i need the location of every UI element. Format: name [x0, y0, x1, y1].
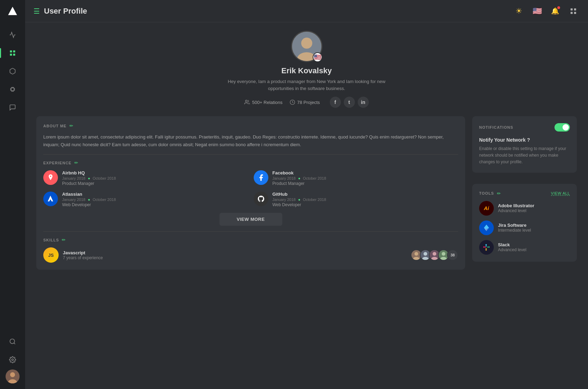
- language-flag[interactable]: 🇺🇸: [531, 5, 543, 17]
- experience-edit-icon[interactable]: ✏: [74, 160, 78, 165]
- profile-name: Erik Kovalsky: [281, 66, 332, 75]
- svg-rect-25: [574, 8, 576, 10]
- sidebar-item-settings[interactable]: [0, 351, 25, 368]
- svg-rect-48: [485, 249, 487, 250]
- projects-count: 78 Projects: [297, 100, 320, 105]
- js-badge: JS: [43, 247, 59, 263]
- svg-rect-27: [574, 12, 576, 14]
- tools-edit-icon[interactable]: ✏: [497, 191, 501, 196]
- about-divider: [43, 154, 458, 155]
- airbnb-company: Airbnb HQ: [62, 170, 248, 175]
- sidebar-item-chat[interactable]: [0, 99, 25, 116]
- facebook-dates: January 2018 ● October 2018: [273, 176, 459, 180]
- projects-stat: 78 Projects: [290, 99, 320, 105]
- facebook-role: Product Manager: [273, 181, 459, 186]
- tools-header: TOOLS ✏ VIEW ALL: [479, 191, 570, 196]
- apps-grid[interactable]: [567, 5, 580, 17]
- exp-item-atlassian: Atlassian January 2018 ● October 2018 We…: [43, 192, 248, 207]
- svg-point-20: [12, 359, 14, 361]
- jira-logo: [479, 220, 494, 235]
- atlassian-info: Atlassian January 2018 ● October 2018 We…: [62, 192, 248, 207]
- facebook-link[interactable]: f: [330, 97, 341, 108]
- page-title: User Profile: [44, 7, 87, 16]
- experience-header: EXPERIENCE ✏: [43, 160, 458, 165]
- svg-point-43: [442, 252, 446, 256]
- svg-point-29: [301, 38, 312, 49]
- sidebar-bottom: [0, 333, 25, 389]
- view-more-button[interactable]: VIEW MORE: [219, 213, 282, 226]
- about-edit-icon[interactable]: ✏: [69, 123, 73, 128]
- about-header: ABOUT ME ✏: [43, 123, 458, 128]
- github-company: GitHub: [273, 192, 459, 197]
- notifications-header: NOTIFICATIONS: [479, 123, 570, 132]
- endorser-count: 38: [447, 249, 458, 261]
- notifications-card: NOTIFICATIONS Notify Your Network ? Enab…: [472, 116, 577, 173]
- jira-info: Jira Software Intermediate level: [498, 223, 570, 233]
- relations-count: 500+ Relations: [252, 100, 282, 105]
- jira-name: Jira Software: [498, 223, 570, 228]
- sidebar-item-search[interactable]: [0, 333, 25, 350]
- linkedin-link[interactable]: in: [358, 97, 369, 108]
- panel-left: ABOUT ME ✏ Lorem ipsum dolor sit amet, c…: [36, 116, 465, 270]
- atlassian-logo: [43, 192, 58, 206]
- menu-icon[interactable]: ☰: [34, 7, 40, 15]
- sidebar-item-dashboard[interactable]: [0, 45, 25, 61]
- view-all-tools-link[interactable]: VIEW ALL: [551, 191, 570, 196]
- profile-flag: 🇺🇸: [313, 52, 322, 62]
- relations-stat: 500+ Relations: [244, 99, 282, 105]
- facebook-logo: [254, 170, 268, 185]
- atlassian-role: Web Developer: [62, 202, 248, 207]
- airbnb-role: Product Manager: [62, 181, 248, 186]
- svg-point-37: [424, 252, 427, 256]
- twitter-link[interactable]: t: [344, 97, 355, 108]
- svg-rect-5: [11, 88, 14, 91]
- user-avatar[interactable]: [6, 369, 20, 383]
- exp-divider: [43, 231, 458, 232]
- svg-rect-45: [483, 246, 485, 248]
- svg-rect-52: [485, 248, 487, 249]
- sidebar-item-chip[interactable]: [0, 81, 25, 98]
- notify-network-subtitle: Notify Your Network ?: [479, 137, 570, 143]
- notifications-toggle[interactable]: [554, 123, 570, 132]
- panels: ABOUT ME ✏ Lorem ipsum dolor sit amet, c…: [36, 116, 577, 270]
- sidebar-item-cube[interactable]: [0, 63, 25, 80]
- profile-avatar-wrap: 🇺🇸: [291, 31, 322, 62]
- svg-rect-47: [489, 246, 490, 248]
- experience-grid: Airbnb HQ January 2018 ● October 2018 Pr…: [43, 170, 458, 207]
- sidebar-item-activity[interactable]: [0, 27, 25, 43]
- theme-toggle[interactable]: ☀: [513, 5, 525, 17]
- svg-rect-3: [10, 54, 12, 56]
- tools-card: TOOLS ✏ VIEW ALL Ai Adobe Illustrator Ad…: [472, 184, 577, 262]
- skills-header: SKILLS ✏: [43, 237, 458, 242]
- about-card: ABOUT ME ✏ Lorem ipsum dolor sit amet, c…: [36, 116, 465, 270]
- notifications-bell[interactable]: 🔔: [549, 5, 561, 17]
- svg-rect-24: [571, 8, 573, 10]
- notification-dot: [557, 6, 560, 9]
- skills-edit-icon[interactable]: ✏: [62, 237, 66, 242]
- notify-network-description: Enable or disable this setting to manage…: [479, 145, 570, 166]
- tool-item-slack: Slack Advanced level: [479, 240, 570, 255]
- notifications-title: NOTIFICATIONS: [479, 125, 513, 129]
- svg-point-31: [246, 100, 247, 102]
- atlassian-dates: January 2018 ● October 2018: [62, 197, 248, 202]
- svg-rect-50: [485, 245, 487, 247]
- github-role: Web Developer: [273, 202, 459, 207]
- atlassian-company: Atlassian: [62, 192, 248, 197]
- tool-item-jira: Jira Software Intermediate level: [479, 220, 570, 235]
- illustrator-info: Adobe Illustrator Advanced level: [498, 203, 570, 213]
- content-area: 🇺🇸 Erik Kovalsky Hey everyone, Iam a pro…: [25, 22, 588, 389]
- airbnb-dates: January 2018 ● October 2018: [62, 176, 248, 180]
- header: ☰ User Profile ☀ 🇺🇸 🔔: [25, 0, 588, 22]
- social-links: f t in: [330, 97, 369, 108]
- about-title: ABOUT ME: [43, 124, 67, 128]
- exp-item-airbnb: Airbnb HQ January 2018 ● October 2018 Pr…: [43, 170, 248, 186]
- svg-rect-51: [487, 246, 489, 248]
- facebook-info: Facebook January 2018 ● October 2018 Pro…: [273, 170, 459, 186]
- app-logo[interactable]: [0, 0, 25, 22]
- js-info: Javascript 7 years of experience: [63, 250, 407, 260]
- exp-item-github: GitHub January 2018 ● October 2018 Web D…: [254, 192, 459, 207]
- header-left: ☰ User Profile: [34, 7, 87, 16]
- svg-rect-1: [10, 51, 12, 53]
- js-experience: 7 years of experience: [63, 255, 407, 260]
- svg-rect-46: [485, 244, 487, 245]
